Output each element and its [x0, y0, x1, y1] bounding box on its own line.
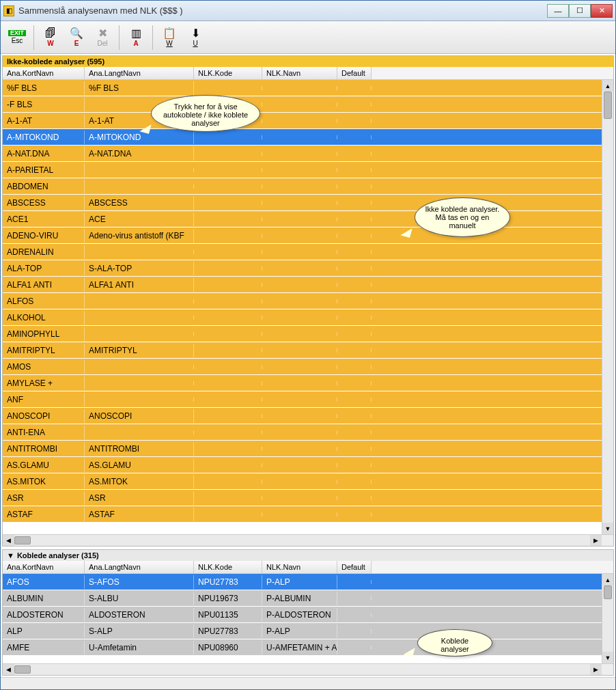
- table-cell: [262, 234, 337, 238]
- column-header[interactable]: NLK.Kode: [194, 561, 262, 573]
- table-cell: [85, 332, 194, 336]
- scroll-track[interactable]: [14, 535, 590, 546]
- table-cell: [337, 447, 372, 451]
- table-cell: [337, 414, 372, 418]
- table-cell: ALDOSTERON: [85, 608, 194, 622]
- scroll-up-button[interactable]: ▲: [602, 574, 613, 585]
- table-row[interactable]: ASTAFASTAF: [3, 506, 602, 523]
- table-row[interactable]: ANF: [3, 391, 602, 408]
- scroll-thumb[interactable]: [14, 536, 31, 544]
- column-header[interactable]: Default: [337, 67, 372, 79]
- table-cell: [337, 332, 372, 336]
- table-cell: ALBUMIN: [3, 592, 85, 605]
- scroll-left-button[interactable]: ◀: [3, 664, 14, 675]
- table-cell: [337, 283, 372, 287]
- table-row[interactable]: ANOSCOPIANOSCOPI: [3, 408, 602, 424]
- column-header[interactable]: NLK.Kode: [194, 67, 262, 79]
- close-button[interactable]: ✕: [591, 4, 613, 18]
- tool-u-button[interactable]: ⬇ U: [183, 23, 208, 52]
- table-row[interactable]: A-1-ATA-1-AT: [3, 113, 602, 129]
- table-row[interactable]: ABDOMEN: [3, 178, 602, 195]
- table-row[interactable]: AS.GLAMUAS.GLAMU: [3, 457, 602, 473]
- column-header[interactable]: Ana.LangtNavn: [85, 67, 194, 79]
- exit-button[interactable]: EXIT Esc: [5, 23, 29, 52]
- table-row[interactable]: AMOS: [3, 359, 602, 375]
- scroll-thumb[interactable]: [604, 585, 612, 599]
- scroll-up-button[interactable]: ▲: [602, 80, 613, 92]
- table-row[interactable]: ALBUMINS-ALBUNPU19673P-ALBUMIN: [3, 590, 602, 607]
- tool-w2-button[interactable]: 📋 W: [157, 23, 182, 52]
- table-cell: ALFA1 ANTI: [85, 278, 194, 292]
- scroll-down-button[interactable]: ▼: [602, 652, 613, 663]
- tool-e-button[interactable]: 🔍 E: [64, 23, 89, 52]
- delete-button[interactable]: ✖ Del: [90, 23, 115, 52]
- table-row[interactable]: ANTI-ENA: [3, 424, 602, 441]
- table-row[interactable]: A-NAT.DNAA-NAT.DNA: [3, 146, 602, 162]
- scroll-track[interactable]: [14, 664, 590, 675]
- vertical-scrollbar[interactable]: ▲ ▼: [602, 574, 613, 663]
- table-cell: AMINOPHYLL: [3, 327, 85, 341]
- table-cell: [262, 250, 337, 254]
- table-row[interactable]: A-PARIETAL: [3, 162, 602, 178]
- scroll-thumb[interactable]: [604, 92, 612, 119]
- table-row[interactable]: ALKOHOL: [3, 309, 602, 326]
- unlinked-grid[interactable]: %F BLS%F BLS-F BLSA-1-ATA-1-ATA-MITOKOND…: [3, 80, 602, 534]
- table-cell: [194, 250, 262, 254]
- scroll-thumb[interactable]: [14, 665, 31, 674]
- table-cell: P-ALP: [262, 624, 337, 638]
- toggle-view-button[interactable]: ▥ A: [124, 23, 148, 52]
- tool-w-label: W: [47, 40, 53, 47]
- callout-text: Trykk her for å vise autokoblete / ikke …: [163, 102, 248, 127]
- table-cell: AFOS: [3, 575, 85, 589]
- table-cell: ANF: [3, 393, 85, 406]
- table-row[interactable]: ACE1ACE: [3, 211, 602, 227]
- table-row[interactable]: AMITRIPTYLAMITRIPTYL: [3, 342, 602, 359]
- horizontal-scrollbar[interactable]: ◀ ▶: [3, 663, 613, 675]
- column-header[interactable]: Ana.KortNavn: [3, 67, 85, 79]
- scroll-right-button[interactable]: ▶: [590, 535, 602, 546]
- table-row[interactable]: AMINOPHYLL: [3, 326, 602, 342]
- table-row[interactable]: -F BLS: [3, 96, 602, 113]
- horizontal-scrollbar[interactable]: ◀ ▶: [3, 534, 613, 546]
- scroll-left-button[interactable]: ◀: [3, 535, 14, 546]
- table-row[interactable]: AFOSS-AFOSNPU27783P-ALP: [3, 574, 602, 590]
- table-cell: [194, 332, 262, 336]
- maximize-button[interactable]: ☐: [569, 4, 591, 18]
- table-row[interactable]: AMFEU-AmfetaminNPU08960U-AMFETAMIN + AM: [3, 639, 602, 656]
- table-row[interactable]: %F BLS%F BLS: [3, 80, 602, 96]
- table-row[interactable]: ALA-TOPS-ALA-TOP: [3, 260, 602, 277]
- table-cell: [337, 496, 372, 500]
- scroll-right-button[interactable]: ▶: [590, 664, 602, 675]
- column-header[interactable]: Ana.LangtNavn: [85, 561, 194, 573]
- scroll-track[interactable]: [602, 92, 613, 523]
- table-cell: P-ALBUMIN: [262, 592, 337, 605]
- toolbar: EXIT Esc 🗐 W 🔍 E ✖ Del ▥ A 📋 W ⬇ U: [1, 21, 615, 54]
- table-row[interactable]: ALDOSTERONALDOSTERONNPU01135P-ALDOSTERON: [3, 607, 602, 623]
- table-row[interactable]: ANTITROMBIANTITROMBI: [3, 441, 602, 457]
- table-row[interactable]: ADENO-VIRUAdeno-virus antistoff (KBF: [3, 227, 602, 244]
- column-header[interactable]: NLK.Navn: [262, 561, 337, 573]
- linked-grid[interactable]: AFOSS-AFOSNPU27783P-ALPALBUMINS-ALBUNPU1…: [3, 574, 602, 663]
- table-row[interactable]: ALFOS: [3, 293, 602, 309]
- column-header[interactable]: Default: [337, 561, 372, 573]
- table-row[interactable]: A-MITOKONDA-MITOKOND: [3, 129, 602, 146]
- table-cell: %F BLS: [85, 81, 194, 95]
- vertical-scrollbar[interactable]: ▲ ▼: [602, 80, 613, 534]
- table-cell: [194, 414, 262, 418]
- tool-w-button[interactable]: 🗐 W: [38, 23, 63, 52]
- minimize-button[interactable]: —: [547, 4, 569, 18]
- table-row[interactable]: AMYLASE +: [3, 375, 602, 391]
- table-row[interactable]: ABSCESSABSCESS: [3, 195, 602, 211]
- table-row[interactable]: ASRASR: [3, 490, 602, 506]
- linked-header[interactable]: ▼ Koblede analyser (315): [3, 550, 613, 561]
- table-row[interactable]: ALPS-ALPNPU27783P-ALP: [3, 623, 602, 639]
- column-header[interactable]: Ana.KortNavn: [3, 561, 85, 573]
- table-row[interactable]: AS.MITOKAS.MITOK: [3, 473, 602, 490]
- scroll-down-button[interactable]: ▼: [602, 523, 613, 534]
- scroll-track[interactable]: [602, 585, 613, 652]
- linked-header-label: Koblede analyser (315): [17, 551, 99, 560]
- table-row[interactable]: ALFA1 ANTIALFA1 ANTI: [3, 277, 602, 293]
- table-cell: AS.GLAMU: [85, 458, 194, 472]
- column-header[interactable]: NLK.Navn: [262, 67, 337, 79]
- table-row[interactable]: ADRENALIN: [3, 244, 602, 260]
